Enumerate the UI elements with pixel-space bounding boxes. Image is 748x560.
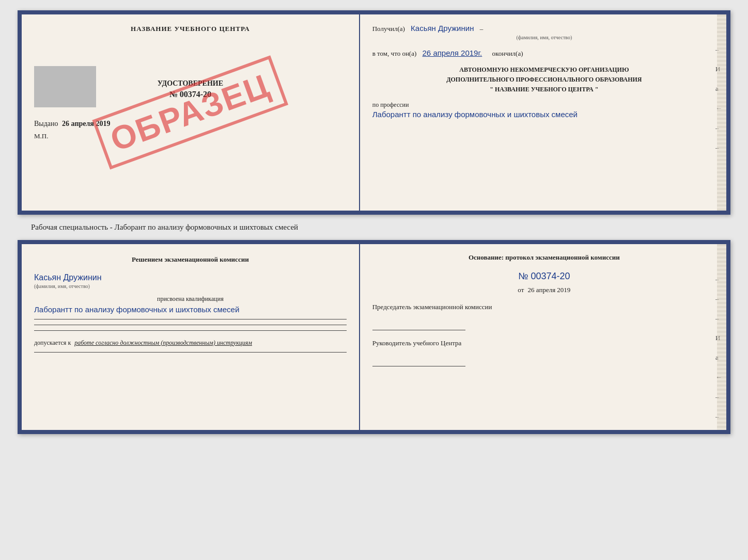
profession-label: по профессии [372,101,716,109]
hline4 [34,352,347,353]
admit-row: допускается к работе согласно должностны… [34,339,347,347]
received-row: Получил(а) Касьян Дружинин – (фамилия, и… [372,23,716,41]
org-line3: " НАЗВАНИЕ УЧЕБНОГО ЦЕНТРА " [372,85,716,94]
finished-label: окончил(а) [492,50,523,57]
protocol-number: № 00374-20 [372,271,716,282]
qual-text: Лаборантт по анализу формовочных и шихто… [34,305,347,314]
admit-italic: работе согласно должностным (производств… [74,339,252,346]
bottom-document: Решением экзаменационной комиссии Касьян… [18,240,730,434]
protocol-date-row: от 26 апреля 2019 [372,286,716,294]
received-name: Касьян Дружинин [411,24,474,33]
doc-right-panel: Получил(а) Касьян Дружинин – (фамилия, и… [360,14,726,211]
doc-left-panel: НАЗВАНИЕ УЧЕБНОГО ЦЕНТРА УДОСТОВЕРЕНИЕ №… [22,14,360,211]
mp-label: М.П. [34,132,347,140]
in-that-row: в том, что он(а) 26 апреля 2019г. окончи… [372,47,716,59]
cert-photo-placeholder [34,66,96,107]
side-texture-bottom [717,244,726,430]
protocol-date: 26 апреля 2019 [528,286,571,294]
bottom-right-panel: Основание: протокол экзаменационной коми… [360,244,726,430]
basis-heading: Основание: протокол экзаменационной коми… [372,252,716,263]
org-line1: АВТОНОМНУЮ НЕКОММЕРЧЕСКУЮ ОРГАНИЗАЦИЮ [372,65,716,75]
bottom-left-panel: Решением экзаменационной комиссии Касьян… [22,244,360,430]
chairman-sig-line [372,322,465,330]
top-document: НАЗВАНИЕ УЧЕБНОГО ЦЕНТРА УДОСТОВЕРЕНИЕ №… [18,10,730,215]
obrazets-stamp: ОБРАЗЕЦ [92,55,288,169]
org-line2: ДОПОЛНИТЕЛЬНОГО ПРОФЕССИОНАЛЬНОГО ОБРАЗО… [372,75,716,85]
director-sig-line [372,358,465,366]
org-block: АВТОНОМНУЮ НЕКОММЕРЧЕСКУЮ ОРГАНИЗАЦИЮ ДО… [372,65,716,95]
hline2 [34,325,347,325]
issued-label: Выдано [34,120,58,127]
profession-text: Лаборантт по анализу формовочных и шихто… [372,110,716,119]
bottom-fio-label: (фамилия, имя, отчество) [34,283,347,289]
received-label: Получил(а) [372,25,405,33]
separator-text: Рабочая специальность - Лаборант по анал… [10,223,298,232]
in-that-label: в том, что он(а) [372,50,417,57]
bottom-heading: Решением экзаменационной комиссии [34,254,347,265]
completion-date: 26 апреля 2019г. [423,49,482,57]
director-label: Руководитель учебного Центра [372,339,716,348]
issued-date: 26 апреля 2019 [62,120,110,127]
hline3 [34,330,347,331]
qual-label: присвоена квалификация [34,295,347,303]
admit-label: допускается к [34,339,71,346]
cert-issued: Выдано 26 апреля 2019 [34,120,347,128]
fio-label: (фамилия, имя, отчество) [372,34,716,41]
cert-title: НАЗВАНИЕ УЧЕБНОГО ЦЕНТРА [34,25,347,33]
side-texture-top [717,14,726,211]
date-prefix: от [518,286,524,294]
bottom-name-hw: Касьян Дружинин [34,273,347,282]
hline1 [34,319,347,319]
chairman-label: Председатель экзаменационной комиссии [372,302,716,312]
